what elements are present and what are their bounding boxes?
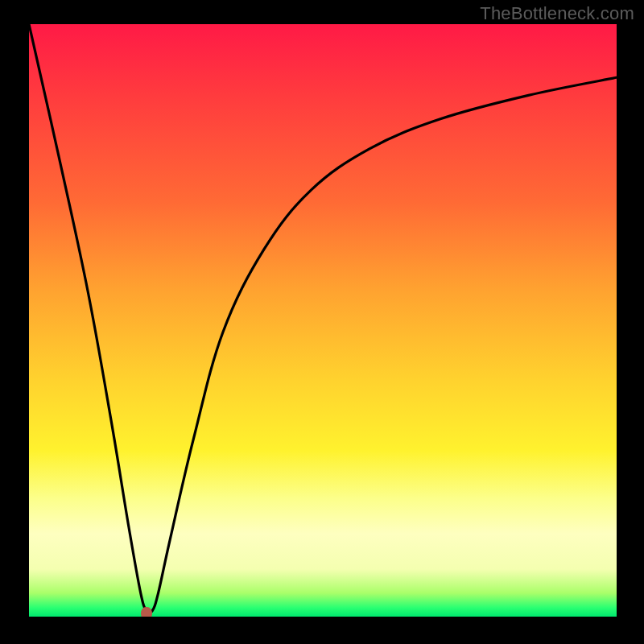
watermark-text: TheBottleneck.com [480, 3, 634, 24]
bottleneck-curve [29, 24, 617, 617]
chart-frame: TheBottleneck.com [0, 0, 644, 644]
plot-area [29, 24, 617, 617]
bottleneck-marker [141, 607, 152, 617]
